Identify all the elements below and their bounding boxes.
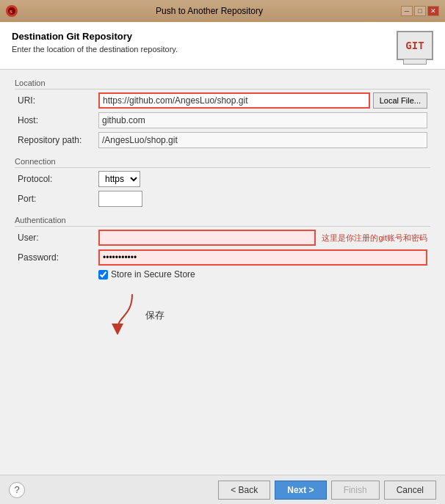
user-row: User: 这里是你注册的git账号和密码 (15, 230, 430, 246)
minimize-button[interactable]: ─ (401, 6, 413, 16)
port-label: Port: (18, 194, 98, 204)
page-subtext: Enter the location of the destination re… (12, 45, 178, 54)
next-button[interactable]: Next > (275, 481, 326, 500)
save-annotation: 保存 (145, 309, 164, 322)
uri-input-wrap (98, 92, 370, 109)
location-section: Location URI: Local File... Host: github… (15, 77, 430, 148)
protocol-row: Protocol: https http ssh git (15, 171, 430, 187)
cancel-button[interactable]: Cancel (384, 481, 436, 500)
store-row: Store in Secure Store (15, 269, 430, 280)
repo-path-row: Repository path: /AngesLuo/shop.git (15, 132, 430, 148)
host-row: Host: github.com (15, 112, 430, 128)
authentication-section: Authentication User: 这里是你注册的git账号和密码 Pas… (15, 214, 430, 280)
auth-section-label: Authentication (15, 214, 430, 227)
user-input[interactable] (98, 230, 316, 246)
title-bar: S Push to Another Repository ─ □ ✕ (0, 0, 445, 22)
maximize-button[interactable]: □ (414, 6, 426, 16)
connection-section: Connection Protocol: https http ssh git … (15, 156, 430, 207)
git-logo: GIT (397, 31, 433, 60)
main-content: Destination Git Repository Enter the loc… (0, 22, 445, 504)
header-section: Destination Git Repository Enter the loc… (0, 22, 445, 70)
window-title: Push to Another Repository (18, 6, 401, 16)
protocol-select[interactable]: https http ssh git (98, 171, 140, 187)
connection-section-label: Connection (15, 156, 430, 168)
password-input[interactable] (98, 249, 427, 266)
bottom-bar: ? < Back Next > Finish Cancel (0, 475, 445, 504)
uri-input[interactable] (98, 92, 370, 109)
repo-path-label: Repository path: (18, 135, 98, 145)
location-section-label: Location (15, 77, 430, 90)
host-label: Host: (18, 115, 98, 125)
form-area: Location URI: Local File... Host: github… (0, 70, 445, 475)
store-label-text: Store in Secure Store (111, 269, 195, 280)
password-label: Password: (18, 252, 98, 263)
protocol-label: Protocol: (18, 174, 98, 184)
app-icon: S (6, 5, 18, 17)
local-file-button[interactable]: Local File... (373, 92, 427, 109)
annotation-area: 保存 (15, 287, 430, 335)
uri-label: URI: (18, 95, 98, 106)
header-text: Destination Git Repository Enter the loc… (12, 31, 178, 54)
window-controls: ─ □ ✕ (401, 6, 439, 16)
back-button[interactable]: < Back (218, 481, 270, 500)
page-heading: Destination Git Repository (12, 31, 178, 42)
svg-text:S: S (10, 9, 12, 15)
arrow-icon (110, 294, 140, 335)
help-button[interactable]: ? (9, 482, 25, 498)
store-checkbox[interactable] (98, 270, 108, 280)
auth-annotation: 这里是你注册的git账号和密码 (322, 233, 427, 244)
host-value: github.com (98, 112, 427, 128)
finish-button[interactable]: Finish (331, 481, 380, 500)
user-label: User: (18, 233, 98, 243)
port-row: Port: (15, 191, 430, 207)
port-input[interactable] (98, 191, 142, 207)
repo-path-value: /AngesLuo/shop.git (98, 132, 427, 148)
nav-buttons: < Back Next > Finish Cancel (218, 481, 436, 500)
uri-row: URI: Local File... (15, 92, 430, 109)
password-row: Password: (15, 249, 430, 266)
store-checkbox-label[interactable]: Store in Secure Store (98, 269, 195, 280)
close-button[interactable]: ✕ (427, 6, 439, 16)
